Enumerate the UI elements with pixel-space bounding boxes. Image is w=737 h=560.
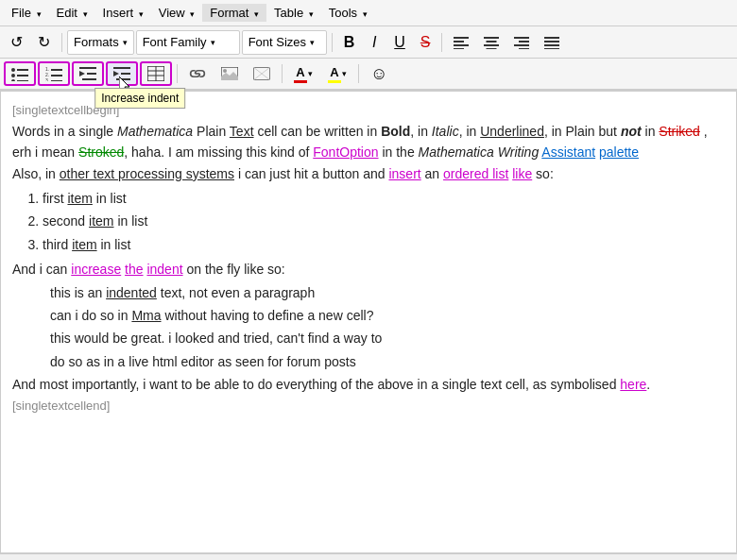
emoji-button[interactable]: ☺	[364, 61, 394, 86]
list-item-1: first item in list	[43, 188, 725, 209]
separator-tb2-1	[177, 64, 178, 83]
font-color-arrow-icon[interactable]: ▾	[308, 69, 313, 78]
undo-button[interactable]: ↺	[4, 30, 29, 55]
separator-3	[441, 33, 442, 52]
svg-marker-29	[79, 71, 85, 76]
link-button[interactable]	[182, 61, 213, 86]
list-item-3: third item in list	[43, 234, 725, 255]
unordered-list-icon	[11, 66, 28, 81]
separator-tb2-3	[358, 64, 359, 83]
increase-indent-button[interactable]	[106, 61, 138, 86]
list-item-2: second item in list	[43, 211, 725, 231]
highlight-button[interactable]: A ▾	[321, 61, 353, 86]
increase-indent-icon	[113, 66, 130, 81]
menu-tools[interactable]: Tools ▾	[321, 4, 375, 22]
paragraph-2: Also, in other text processing systems i…	[12, 163, 725, 184]
italic-button[interactable]: I	[363, 30, 386, 55]
media-button[interactable]	[247, 61, 277, 86]
bold-button[interactable]: B	[337, 30, 362, 55]
menu-format[interactable]: Format ▾	[202, 4, 266, 22]
cell-end-marker: [singletextcellend]	[12, 399, 110, 413]
cell-begin-marker: [singletextcellbegin]	[12, 103, 119, 117]
align-justify-button[interactable]	[538, 30, 566, 55]
font-sizes-arrow-icon: ▾	[310, 38, 315, 47]
editor-container: [singletextcellbegin] Words in a single …	[0, 91, 737, 553]
align-right-button[interactable]	[507, 30, 536, 55]
paragraph-4: And most importantly, i want to be able …	[12, 374, 725, 395]
toolbar-2: 1. 2. 3. Increase in	[0, 59, 737, 91]
editor-content[interactable]: [singletextcellbegin] Words in a single …	[1, 92, 736, 424]
menu-view[interactable]: View ▾	[151, 4, 203, 22]
svg-point-43	[223, 69, 227, 73]
ordered-list-button[interactable]: 1. 2. 3.	[38, 61, 70, 86]
image-button[interactable]	[214, 61, 245, 86]
menu-edit[interactable]: Edit ▾	[49, 4, 95, 22]
redo-button[interactable]: ↻	[31, 30, 57, 55]
align-justify-icon	[544, 36, 559, 49]
paragraph-1: Words in a single Mathematica Plain Text…	[12, 121, 725, 163]
svg-point-18	[11, 74, 15, 77]
font-color-button[interactable]: A ▾	[287, 61, 319, 86]
svg-text:3.: 3.	[45, 77, 49, 81]
indented-3: this would be great. i looked and tried,…	[12, 328, 725, 348]
unordered-list-button[interactable]	[4, 61, 36, 86]
font-family-dropdown[interactable]: Font Family ▾	[136, 30, 240, 55]
align-right-icon	[514, 36, 529, 49]
decrease-indent-icon	[79, 66, 96, 81]
separator-tb2-2	[282, 64, 283, 83]
highlight-indicator: A	[328, 65, 341, 83]
align-center-button[interactable]	[477, 30, 506, 55]
align-left-icon	[454, 36, 469, 49]
strikethrough-button[interactable]: S	[414, 30, 437, 55]
separator-1	[61, 33, 62, 52]
menu-file[interactable]: File ▾	[4, 4, 49, 22]
align-center-icon	[484, 36, 499, 49]
indented-1: this is an indented text, not even a par…	[12, 282, 725, 303]
ordered-list-icon: 1. 2. 3.	[45, 66, 62, 81]
menubar: File ▾ Edit ▾ Insert ▾ View ▾ Format ▾ T…	[0, 0, 737, 26]
highlight-arrow-icon[interactable]: ▾	[342, 69, 347, 78]
formats-arrow-icon: ▾	[123, 38, 128, 47]
toolbar-1: ↺ ↻ Formats ▾ Font Family ▾ Font Sizes ▾…	[0, 26, 737, 59]
paragraph-3: And i can increase the indent on the fly…	[12, 259, 725, 280]
formats-dropdown[interactable]: Formats ▾	[67, 30, 134, 55]
indented-4: do so as in a live html editor as seen f…	[12, 351, 725, 372]
align-left-button[interactable]	[447, 30, 475, 55]
table-button[interactable]	[140, 61, 172, 86]
font-family-arrow-icon: ▾	[211, 38, 215, 47]
menu-table[interactable]: Table ▾	[266, 4, 321, 22]
svg-point-20	[11, 79, 15, 81]
font-color-indicator: A	[294, 65, 307, 83]
ordered-list: first item in list second item in list t…	[12, 188, 725, 255]
link-icon	[189, 67, 206, 80]
svg-point-16	[11, 68, 15, 72]
indented-2: can i do so in Mma without having to def…	[12, 305, 725, 326]
separator-2	[332, 33, 333, 52]
underline-button[interactable]: U	[387, 30, 412, 55]
font-sizes-dropdown[interactable]: Font Sizes ▾	[242, 30, 327, 55]
decrease-indent-button[interactable]	[72, 61, 104, 86]
image-icon	[221, 67, 238, 80]
svg-marker-33	[113, 71, 119, 76]
table-icon	[147, 66, 164, 81]
increase-indent-wrapper: Increase indent	[106, 61, 138, 86]
menu-insert[interactable]: Insert ▾	[95, 4, 151, 22]
statusbar: p » span Words: 155	[0, 553, 737, 560]
media-icon	[253, 67, 270, 80]
